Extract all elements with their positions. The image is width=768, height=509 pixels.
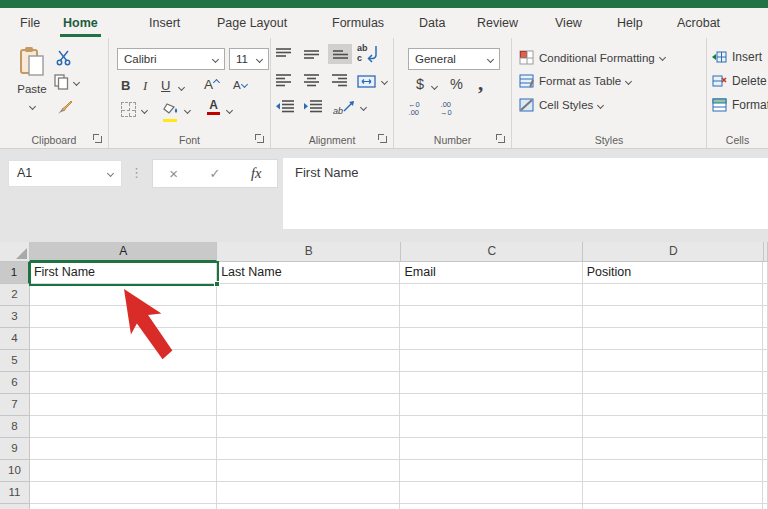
cell-styles-button[interactable]: Cell Styles [519,98,603,112]
cell-c2[interactable] [400,284,582,306]
format-cells-button[interactable]: Format [712,98,768,112]
tab-formulas[interactable]: Formulas [332,8,384,38]
alignment-dialog-launcher-icon[interactable] [378,134,387,143]
align-bottom-button[interactable] [328,44,352,64]
borders-button[interactable] [121,102,136,117]
font-family-chevron-icon[interactable] [212,56,219,63]
row-header-4[interactable]: 4 [0,328,30,350]
cell-b5[interactable] [217,350,400,372]
cancel-icon[interactable]: × [153,165,194,182]
cell-c12[interactable] [400,504,582,509]
fill-color-button[interactable] [163,100,179,122]
cell-d2[interactable] [583,284,763,306]
cell-b11[interactable] [217,482,400,504]
tab-review[interactable]: Review [477,8,518,38]
row-header-8[interactable]: 8 [0,416,30,438]
cell-b4[interactable] [217,328,400,350]
merge-center-button[interactable] [357,74,376,92]
tab-data[interactable]: Data [419,8,445,38]
tab-view[interactable]: View [555,8,582,38]
bold-button[interactable]: B [121,78,130,93]
name-box-chevron-icon[interactable] [107,170,114,177]
cell-c5[interactable] [400,350,582,372]
currency-chevron-icon[interactable] [431,83,438,90]
underline-button[interactable]: U [161,78,170,93]
cell-d4[interactable] [583,328,763,350]
cell-b3[interactable] [217,306,400,328]
comma-button[interactable]: , [478,71,483,96]
decrease-indent-button[interactable] [275,99,295,117]
merge-chevron-icon[interactable] [381,78,388,85]
conditional-formatting-button[interactable]: Conditional Formatting [519,50,665,65]
align-right-button[interactable] [331,73,348,91]
name-box[interactable]: A1 [8,160,122,187]
cell-a4[interactable] [30,328,217,350]
row-header-5[interactable]: 5 [0,350,30,372]
cell-d1[interactable]: Position [583,262,763,284]
enter-icon[interactable]: ✓ [194,166,235,181]
cell-d8[interactable] [583,416,763,438]
delete-cells-button[interactable]: Delete [712,74,767,88]
currency-button[interactable]: $ [416,76,424,92]
cell-a10[interactable] [30,460,217,482]
copy-chevron-icon[interactable] [73,78,80,85]
cell-c4[interactable] [400,328,582,350]
cell-b7[interactable] [217,394,400,416]
number-format-chevron-icon[interactable] [487,56,494,63]
copy-button[interactable] [54,74,79,90]
cell-a12[interactable] [30,504,217,509]
align-center-button[interactable] [303,73,320,91]
insert-function-icon[interactable]: fx [236,165,277,182]
tab-home[interactable]: Home [63,8,98,38]
cell-d3[interactable] [583,306,763,328]
cell-b8[interactable] [217,416,400,438]
column-header-a[interactable]: A [30,242,218,262]
row-header-3[interactable]: 3 [0,306,30,328]
cell-a3[interactable] [30,306,217,328]
cell-c7[interactable] [400,394,582,416]
cell-c3[interactable] [400,306,582,328]
clipboard-dialog-launcher-icon[interactable] [93,134,102,143]
row-header-12[interactable]: 12 [0,504,30,509]
font-dialog-launcher-icon[interactable] [255,134,264,143]
increase-decimal-button[interactable]: .00 →0 [440,101,452,116]
number-dialog-launcher-icon[interactable] [496,134,505,143]
cell-d12[interactable] [583,504,763,509]
select-all-button[interactable] [0,242,30,262]
row-header-1[interactable]: 1 [0,262,30,284]
cell-b10[interactable] [217,460,400,482]
cell-a7[interactable] [30,394,217,416]
row-header-6[interactable]: 6 [0,372,30,394]
paste-chevron-icon[interactable] [28,103,35,110]
align-left-button[interactable] [275,73,292,91]
italic-button[interactable]: I [143,78,147,94]
align-middle-button[interactable] [303,47,320,65]
cell-a11[interactable] [30,482,217,504]
percent-button[interactable]: % [450,76,463,92]
row-header-9[interactable]: 9 [0,438,30,460]
cell-a1[interactable]: First Name [30,262,217,284]
cell-d7[interactable] [583,394,763,416]
insert-cells-button[interactable]: Insert [712,50,762,64]
cell-d5[interactable] [583,350,763,372]
font-color-button[interactable]: A [207,99,220,115]
format-painter-button[interactable] [56,100,73,120]
row-header-10[interactable]: 10 [0,460,30,482]
cell-b12[interactable] [217,504,400,509]
cell-c11[interactable] [400,482,582,504]
tab-insert[interactable]: Insert [149,8,180,38]
column-header-b[interactable]: B [217,242,401,262]
cell-a2[interactable] [30,284,217,306]
cell-d10[interactable] [583,460,763,482]
cell-a8[interactable] [30,416,217,438]
font-family-combo[interactable]: Calibri [117,48,225,70]
borders-chevron-icon[interactable] [141,107,148,114]
format-as-table-button[interactable]: Format as Table [519,74,631,88]
cell-b1[interactable]: Last Name [217,262,400,284]
cell-a6[interactable] [30,372,217,394]
cell-b2[interactable] [217,284,400,306]
tab-file[interactable]: File [20,8,40,38]
column-header-d[interactable]: D [583,242,764,262]
tab-help[interactable]: Help [617,8,643,38]
font-color-chevron-icon[interactable] [226,107,233,114]
